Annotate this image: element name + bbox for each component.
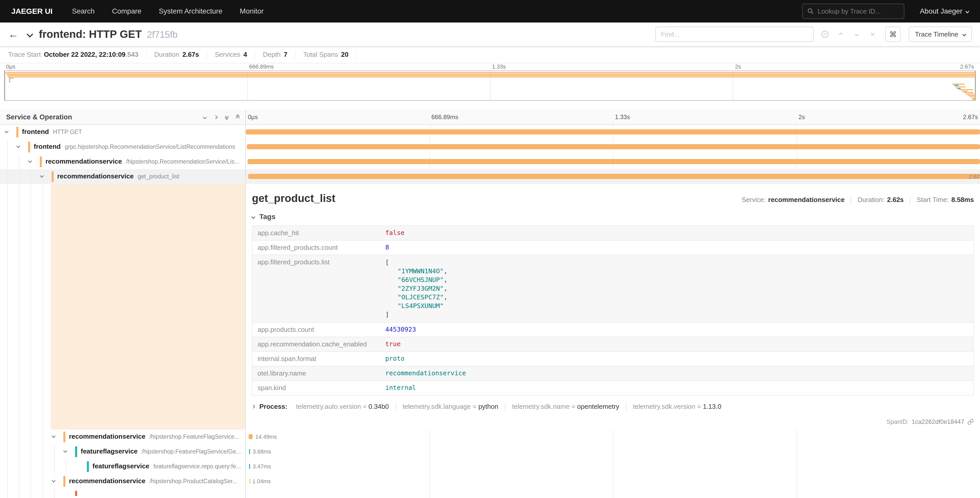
row-expander-icon[interactable] [29, 160, 32, 162]
zoom-out-button[interactable] [820, 31, 829, 38]
span-bar[interactable] [249, 464, 250, 469]
span-name[interactable]: recommendationservice/hipstershop.Featur… [64, 431, 245, 442]
clear-find-button[interactable]: × [868, 30, 877, 38]
nav-item-search[interactable]: Search [72, 7, 95, 15]
back-button[interactable]: ← [8, 29, 18, 39]
span-bar[interactable] [247, 144, 980, 149]
indent-guide [7, 155, 8, 169]
trace-view-selector[interactable]: Trace Timeline [909, 27, 972, 42]
row-expander-icon[interactable] [64, 449, 67, 452]
span-id-value: 1ca2262df0e18447 [912, 418, 964, 425]
timeline-minimap[interactable] [4, 70, 976, 101]
nav-item-monitor[interactable]: Monitor [240, 7, 264, 15]
span-name[interactable]: featureflagservice/hipstershop.FeatureFl… [75, 446, 245, 457]
span-name-cell[interactable]: frontendHTTP GET [0, 125, 245, 140]
tag-row: span.kindinternal [252, 381, 974, 396]
span-bar[interactable] [248, 174, 980, 179]
minimap-span [968, 95, 975, 96]
app-logo[interactable]: JAEGER UI [11, 7, 52, 16]
span-names-column: frontendHTTP GETfrontendgrpc.hipstershop… [0, 125, 246, 498]
span-name[interactable]: recommendationservice/hipstershop.Recomm… [40, 156, 245, 167]
span-bar[interactable] [246, 129, 980, 134]
span-track[interactable] [246, 155, 980, 169]
duration-value: 2.62s [887, 196, 904, 204]
span-name-cell[interactable]: featureflagservice/hipstershop.FeatureFl… [0, 444, 245, 459]
chevron-right-icon [251, 405, 256, 409]
indent-guide [54, 444, 55, 459]
link-icon[interactable] [967, 418, 974, 425]
row-expander-icon[interactable] [17, 145, 20, 147]
nav-item-system-architecture[interactable]: System Architecture [159, 7, 223, 15]
span-duration-label: 1.04ms [252, 479, 271, 484]
span-bar[interactable] [249, 449, 250, 454]
span-track[interactable]: 1.04ms [246, 474, 980, 489]
span-bars-column: 2.62s get_product_list Service:recommend… [246, 125, 980, 498]
minimap-left-handle[interactable] [5, 71, 5, 100]
span-name-cell[interactable]: recommendationservice/hipstershop.Produc… [0, 474, 245, 489]
tag-row: app.recommendation.cache_enabledtrue [252, 337, 974, 352]
minimap-span [964, 92, 974, 93]
minimap-tick-labels: 0μs666.89ms1.33s2s2.67s [4, 64, 976, 70]
find-input[interactable]: Find... [655, 27, 814, 42]
span-track[interactable] [246, 125, 980, 140]
trace-view-label: Trace Timeline [915, 30, 958, 38]
span-track[interactable] [246, 140, 980, 155]
span-name[interactable]: recommendationserviceget_product_list [52, 171, 245, 182]
indent-guide [42, 444, 43, 459]
tag-value: false [380, 226, 974, 240]
indent-guide [19, 459, 19, 474]
span-track[interactable]: 3.68ms [246, 444, 980, 459]
tags-table: app.cache_hitfalseapp.filtered_products.… [252, 225, 974, 396]
process-accordion-header[interactable]: Process: telemetry.auto.version = 0.34b0… [252, 403, 974, 410]
trace-title-expander[interactable] [28, 32, 32, 37]
span-name-cell[interactable]: recommendationservice/hipstershop.Featur… [0, 429, 245, 444]
span-track[interactable] [246, 489, 980, 498]
time-tick: 2s [735, 64, 741, 70]
minimap-span [6, 73, 975, 75]
nav-item-compare[interactable]: Compare [112, 7, 141, 15]
about-jaeger-menu[interactable]: About Jaeger [920, 7, 969, 15]
span-name[interactable]: featureflagservicefeatureflagservice.rep… [87, 461, 245, 472]
row-expander-icon[interactable] [52, 434, 55, 437]
expand-all-icon[interactable] [236, 115, 239, 120]
prev-result-button[interactable] [836, 33, 845, 36]
tags-accordion-header[interactable]: Tags [252, 213, 974, 221]
span-bar[interactable] [249, 479, 250, 484]
collapse-one-icon[interactable] [204, 116, 206, 119]
time-tick: 1.33s [615, 113, 630, 121]
operation-name: HTTP GET [53, 129, 82, 136]
process-attribute: telemetry.sdk.version = 1.13.0 [626, 403, 728, 410]
keyboard-shortcuts-button[interactable]: ⌘ [885, 27, 900, 42]
span-name[interactable]: frontendgrpc.hipstershop.RecommendationS… [28, 142, 245, 152]
span-track[interactable]: 3.47ms [246, 459, 980, 474]
next-result-button[interactable] [852, 33, 861, 36]
tag-value: ["1YMWWN1N4O","66VCHSJNUP","2ZYFJ3GM2N",… [380, 255, 974, 322]
summary-label: Trace Start [8, 51, 41, 59]
span-name-cell[interactable]: frontendgrpc.hipstershop.RecommendationS… [0, 140, 245, 155]
process-attribute: telemetry.sdk.language = python [396, 403, 505, 410]
span-name-cell[interactable]: featureflagservicefeatureflagservice.rep… [0, 459, 245, 474]
span-bar[interactable] [248, 434, 253, 439]
trace-id-search-input[interactable]: Lookup by Trace ID... [802, 3, 904, 19]
time-tick: 1.33s [492, 64, 506, 70]
span-bar[interactable] [248, 159, 980, 164]
service-name: recommendationservice [57, 172, 134, 180]
row-expander-icon[interactable] [40, 174, 43, 177]
tag-row: otel.library.namerecommendationservice [252, 366, 974, 381]
span-duration-label: 3.47ms [253, 464, 271, 469]
span-name[interactable]: frontendHTTP GET [16, 127, 245, 137]
span-name[interactable] [75, 491, 245, 496]
span-id-label: SpanID: [886, 418, 909, 425]
collapse-all-icon[interactable] [225, 115, 228, 120]
row-expander-icon[interactable] [5, 130, 8, 132]
span-name-cell[interactable]: recommendationserviceget_product_list [0, 169, 245, 184]
span-name[interactable]: recommendationservice/hipstershop.Produc… [64, 476, 245, 487]
span-track[interactable]: 2.62s [246, 169, 980, 184]
service-name: recommendationservice [69, 433, 145, 441]
expand-one-icon[interactable] [214, 116, 217, 119]
span-name-cell[interactable] [0, 489, 245, 498]
row-expander-icon[interactable] [52, 479, 55, 482]
summary-value: 7 [284, 51, 287, 59]
span-track[interactable]: 14.49ms [246, 429, 980, 444]
span-name-cell[interactable]: recommendationservice/hipstershop.Recomm… [0, 155, 245, 169]
